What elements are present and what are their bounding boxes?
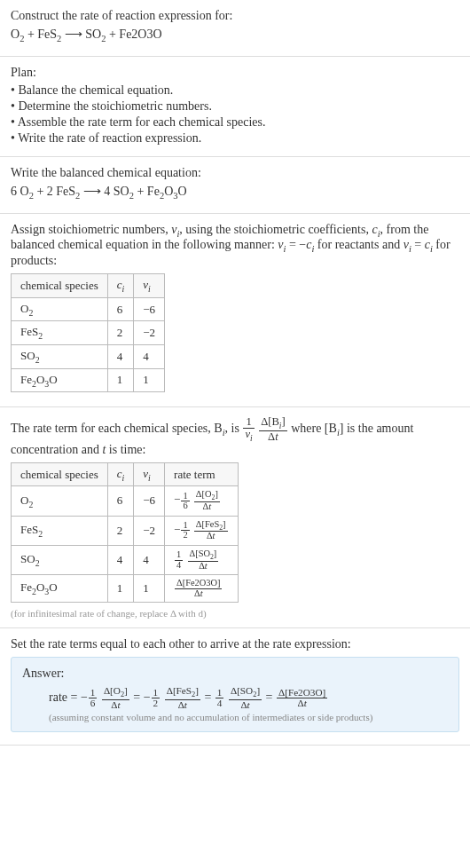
- col-nui: νi: [134, 274, 165, 298]
- cell-rate: −12 Δ[FeS2]Δt: [165, 516, 238, 545]
- table-row: FeS2 2 −2: [12, 321, 165, 345]
- cell-rate: Δ[Fe2O3O]Δt: [165, 575, 238, 603]
- final-section: Set the rate terms equal to each other t…: [0, 628, 470, 746]
- assign-intro: Assign stoichiometric numbers, νi, using…: [11, 223, 459, 269]
- rateterm-note: (for infinitesimal rate of change, repla…: [11, 608, 459, 619]
- cell-c: 4: [107, 545, 134, 574]
- answer-box: Answer: rate = −16 Δ[O2]Δt = −12 Δ[FeS2]…: [11, 657, 459, 732]
- cell-nu: 1: [134, 368, 165, 392]
- cell-nu: −2: [134, 321, 165, 345]
- col-ci: ci: [107, 274, 134, 298]
- col-species: chemical species: [12, 274, 108, 298]
- intro-mid: , is: [225, 422, 243, 435]
- cell-nu: −6: [134, 297, 165, 321]
- cell-nu: 4: [134, 344, 165, 368]
- cell-nu: −6: [134, 486, 165, 516]
- cell-c: 1: [107, 368, 134, 392]
- balanced-section: Write the balanced chemical equation: 6 …: [0, 157, 470, 214]
- cell-c: 6: [107, 486, 134, 516]
- col-rate: rate term: [165, 462, 238, 486]
- col-species: chemical species: [12, 462, 108, 486]
- rateterm-intro: The rate term for each chemical species,…: [11, 416, 459, 457]
- cell-species: FeS2: [12, 516, 108, 545]
- plan-bullet: • Determine the stoichiometric numbers.: [11, 99, 459, 114]
- cell-c: 6: [107, 297, 134, 321]
- final-title: Set the rate terms equal to each other t…: [11, 637, 459, 651]
- term-formula-coeff: 1νi: [243, 416, 254, 443]
- plan-bullet: • Write the rate of reaction expression.: [11, 131, 459, 146]
- term-formula-delta: Δ[Bi]Δt: [259, 416, 287, 443]
- cell-species: Fe2O3O: [12, 368, 108, 392]
- table-row: Fe2O3O 1 1 Δ[Fe2O3O]Δt: [12, 575, 239, 603]
- cell-c: 2: [107, 321, 134, 345]
- cell-rate: 14 Δ[SO2]Δt: [165, 545, 238, 574]
- prompt-title: Construct the rate of reaction expressio…: [11, 9, 459, 23]
- cell-species: SO2: [12, 545, 108, 574]
- cell-c: 2: [107, 516, 134, 545]
- answer-assumption: (assuming constant volume and no accumul…: [22, 712, 448, 722]
- table-header-row: chemical species ci νi: [12, 274, 165, 298]
- plan-bullet: • Assemble the rate term for each chemic…: [11, 115, 459, 130]
- cell-nu: 1: [134, 575, 165, 603]
- prompt-section: Construct the rate of reaction expressio…: [0, 0, 470, 57]
- cell-nu: −2: [134, 516, 165, 545]
- cell-c: 4: [107, 344, 134, 368]
- prompt-equation: O2 + FeS2 ⟶ SO2 + Fe2O3O: [11, 27, 459, 43]
- cell-rate: −16 Δ[O2]Δt: [165, 486, 238, 516]
- balanced-title: Write the balanced chemical equation:: [11, 166, 459, 180]
- intro-pre: The rate term for each chemical species,…: [11, 422, 223, 435]
- answer-expression: rate = −16 Δ[O2]Δt = −12 Δ[FeS2]Δt = 14 …: [22, 686, 448, 710]
- stoich-table: chemical species ci νi O2 6 −6 FeS2 2 −2…: [11, 273, 165, 392]
- plan-title: Plan:: [11, 66, 459, 80]
- table-row: SO2 4 4: [12, 344, 165, 368]
- table-header-row: chemical species ci νi rate term: [12, 462, 239, 486]
- cell-c: 1: [107, 575, 134, 603]
- cell-species: O2: [12, 297, 108, 321]
- balanced-equation: 6 O2 + 2 FeS2 ⟶ 4 SO2 + Fe2O3O: [11, 184, 459, 201]
- answer-label: Answer:: [22, 667, 448, 681]
- table-row: O2 6 −6 −16 Δ[O2]Δt: [12, 486, 239, 516]
- cell-species: SO2: [12, 344, 108, 368]
- col-nui: νi: [134, 462, 165, 486]
- cell-species: Fe2O3O: [12, 575, 108, 603]
- plan-section: Plan: • Balance the chemical equation. •…: [0, 57, 470, 157]
- cell-nu: 4: [134, 545, 165, 574]
- assign-section: Assign stoichiometric numbers, νi, using…: [0, 214, 470, 408]
- plan-bullet: • Balance the chemical equation.: [11, 83, 459, 98]
- table-row: SO2 4 4 14 Δ[SO2]Δt: [12, 545, 239, 574]
- table-row: O2 6 −6: [12, 297, 165, 321]
- cell-species: FeS2: [12, 321, 108, 345]
- rateterm-section: The rate term for each chemical species,…: [0, 407, 470, 628]
- rateterm-table: chemical species ci νi rate term O2 6 −6…: [11, 462, 239, 603]
- col-ci: ci: [107, 462, 134, 486]
- table-row: FeS2 2 −2 −12 Δ[FeS2]Δt: [12, 516, 239, 545]
- cell-species: O2: [12, 486, 108, 516]
- table-row: Fe2O3O 1 1: [12, 368, 165, 392]
